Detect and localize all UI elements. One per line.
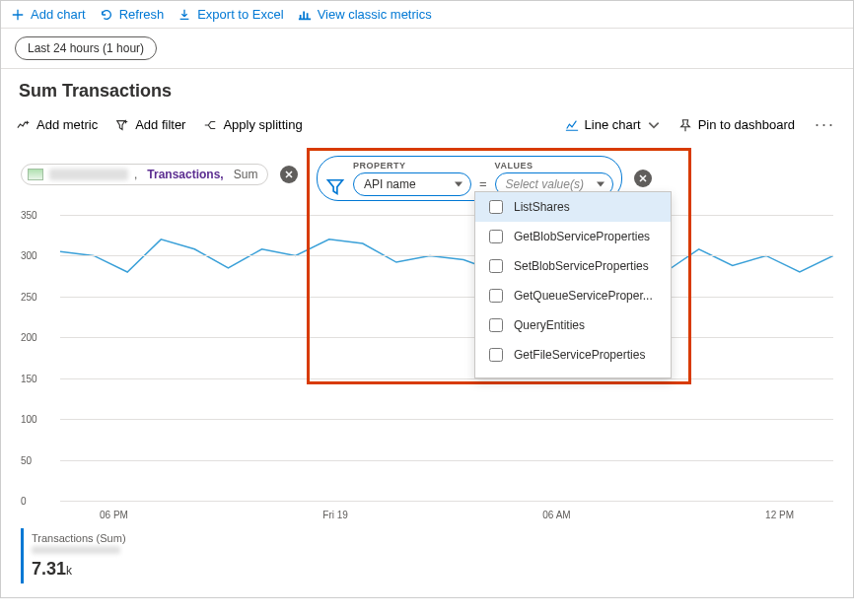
property-header: PROPERTY	[353, 161, 471, 171]
download-icon	[178, 8, 191, 22]
color-swatch	[28, 169, 43, 180]
property-dropdown[interactable]: API name	[353, 172, 471, 196]
values-dropdown-list[interactable]: ListSharesGetBlobServicePropertiesSetBlo…	[474, 191, 672, 378]
bar-chart-icon	[298, 8, 312, 22]
split-icon	[203, 118, 217, 132]
chart-type-label: Line chart	[585, 117, 641, 132]
values-header: VALUES	[495, 161, 613, 171]
add-chart-button[interactable]: Add chart	[11, 7, 86, 22]
top-toolbar: Add chart Refresh Export to Excel View c…	[1, 1, 853, 29]
add-metric-button[interactable]: Add metric	[15, 113, 100, 136]
refresh-button[interactable]: Refresh	[100, 7, 165, 22]
add-filter-button[interactable]: Add filter	[113, 113, 187, 136]
values-option-checkbox[interactable]	[489, 259, 503, 273]
remove-filter-button[interactable]	[634, 170, 652, 187]
chevron-down-icon	[647, 118, 661, 132]
refresh-label: Refresh	[119, 7, 165, 22]
values-option[interactable]: GetBlobServiceProperties	[475, 222, 671, 251]
y-tick-label: 200	[21, 332, 37, 343]
values-option-checkbox[interactable]	[489, 348, 503, 362]
values-option-label: QueryEntities	[514, 318, 585, 332]
values-option[interactable]: SetBlobServiceProperties	[475, 251, 671, 281]
metric-name: Transactions,	[143, 168, 227, 181]
gridline	[60, 419, 833, 420]
summary-card: Transactions (Sum) 7.31k	[21, 528, 833, 583]
y-tick-label: 150	[21, 373, 37, 383]
values-option-checkbox[interactable]	[489, 289, 503, 303]
gridline	[60, 215, 833, 216]
apply-splitting-label: Apply splitting	[223, 117, 302, 132]
x-tick-label: 06 PM	[100, 510, 128, 520]
gridline	[60, 460, 833, 461]
metric-chip[interactable]: , Transactions, Sum	[21, 164, 268, 185]
add-metric-label: Add metric	[36, 117, 98, 132]
refresh-icon	[100, 8, 113, 22]
values-option-label: GetFileServiceProperties	[514, 348, 645, 362]
add-filter-label: Add filter	[135, 117, 185, 132]
x-tick-label: 06 AM	[542, 510, 570, 520]
x-tick-label: 12 PM	[765, 510, 794, 520]
pin-button[interactable]: Pin to dashboard	[676, 113, 797, 136]
apply-splitting-button[interactable]: Apply splitting	[201, 113, 304, 136]
summary-resource-blurred	[32, 546, 120, 554]
y-tick-label: 250	[21, 291, 37, 302]
y-tick-label: 300	[21, 250, 37, 261]
more-button[interactable]: ···	[811, 114, 839, 135]
values-option[interactable]: Unknown	[475, 370, 671, 378]
line-chart-icon	[565, 118, 579, 132]
y-tick-label: 350	[21, 210, 37, 221]
values-option-checkbox[interactable]	[489, 200, 503, 214]
line-series	[60, 215, 833, 501]
timerange-row: Last 24 hours (1 hour)	[1, 29, 853, 69]
filter-icon	[325, 176, 345, 196]
values-option[interactable]: ListShares	[475, 192, 671, 222]
page-title: Sum Transactions	[1, 69, 853, 109]
export-button[interactable]: Export to Excel	[178, 7, 283, 22]
metric-agg: Sum	[230, 168, 262, 181]
summary-value: 7.31k	[32, 559, 833, 580]
chart-plot: 05010015020025030035006 PMFri 1906 AM12 …	[21, 215, 833, 520]
y-tick-label: 100	[21, 414, 37, 425]
gridline	[60, 255, 833, 256]
values-option[interactable]: QueryEntities	[475, 310, 671, 340]
y-tick-label: 50	[21, 454, 32, 465]
values-option-label: GetQueueServiceProper...	[514, 289, 653, 303]
timerange-pill[interactable]: Last 24 hours (1 hour)	[15, 36, 157, 60]
resource-name-blurred	[49, 169, 128, 180]
values-option-checkbox[interactable]	[489, 230, 503, 243]
values-option-label: Unknown	[514, 377, 563, 378]
values-option-checkbox[interactable]	[489, 318, 503, 332]
remove-metric-button[interactable]	[280, 166, 298, 183]
values-option[interactable]: GetFileServiceProperties	[475, 340, 671, 370]
x-tick-label: Fri 19	[322, 510, 348, 520]
classic-metrics-button[interactable]: View classic metrics	[298, 7, 432, 22]
add-chart-label: Add chart	[31, 7, 86, 22]
close-icon	[639, 174, 647, 182]
pin-label: Pin to dashboard	[698, 117, 795, 132]
pin-icon	[678, 118, 692, 132]
values-option-label: GetBlobServiceProperties	[514, 230, 650, 243]
sparkline-plus-icon	[17, 118, 31, 132]
filter-group: PROPERTY API name = VALUES Select value(…	[317, 156, 652, 201]
gridline	[60, 337, 833, 338]
equals-label: =	[479, 176, 487, 191]
gridline	[60, 501, 833, 502]
x-axis: 06 PMFri 1906 AM12 PM	[60, 510, 833, 520]
classic-metrics-label: View classic metrics	[318, 7, 432, 22]
gridline	[60, 378, 833, 379]
gridline	[60, 297, 833, 298]
values-option-checkbox[interactable]	[489, 377, 503, 378]
export-label: Export to Excel	[197, 7, 283, 22]
values-option[interactable]: GetQueueServiceProper...	[475, 281, 671, 310]
y-tick-label: 0	[21, 496, 27, 507]
chart-area: , Transactions, Sum PROPERTY API name	[1, 146, 853, 597]
metric-toolbar: Add metric Add filter Apply splitting Li…	[1, 109, 853, 146]
chart-type-button[interactable]: Line chart	[563, 113, 663, 136]
close-icon	[285, 171, 293, 178]
summary-label: Transactions (Sum)	[32, 532, 833, 544]
values-option-label: ListShares	[514, 200, 570, 214]
values-option-label: SetBlobServiceProperties	[514, 259, 649, 273]
filter-plus-icon	[115, 118, 129, 132]
plus-icon	[11, 8, 25, 22]
